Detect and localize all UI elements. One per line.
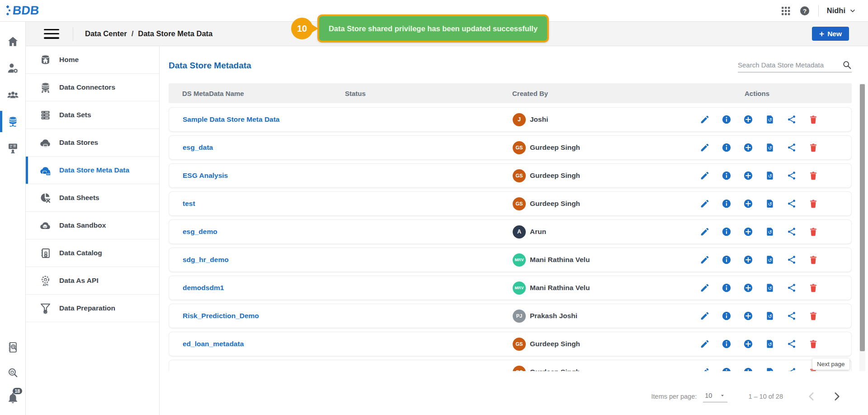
sidebar-item-data-as-api[interactable]: API Data As API: [26, 267, 159, 295]
restore-icon[interactable]: ↺: [765, 339, 775, 349]
rail-item-data-center-icon[interactable]: [0, 108, 25, 135]
breadcrumb-data-store-meta-data[interactable]: Data Store Meta Data: [138, 29, 212, 38]
sidebar-item-data-sets[interactable]: Data Sets: [26, 101, 159, 129]
datastore-name-link[interactable]: esg_demo: [169, 228, 341, 236]
user-menu[interactable]: Nidhi: [827, 6, 856, 15]
apps-grid-icon[interactable]: [780, 5, 791, 16]
rail-item-trainings-icon[interactable]: [0, 135, 25, 162]
datastore-name-link[interactable]: sdg_hr_demo: [169, 256, 341, 264]
edit-icon[interactable]: [700, 367, 710, 371]
datastore-name-link[interactable]: ESG Analysis: [169, 172, 341, 180]
share-icon[interactable]: [787, 114, 797, 124]
edit-icon[interactable]: [700, 311, 710, 321]
sidebar-item-home[interactable]: Home: [26, 46, 159, 74]
info-icon[interactable]: [722, 114, 731, 124]
rail-item-user-settings-icon[interactable]: [0, 55, 25, 81]
sidebar-item-data-sheets[interactable]: Data Sheets: [26, 184, 159, 212]
edit-icon[interactable]: [700, 143, 710, 153]
datastore-name-link[interactable]: test: [169, 200, 341, 208]
share-icon[interactable]: [787, 255, 797, 265]
share-icon[interactable]: [787, 199, 797, 209]
new-button[interactable]: + New: [812, 27, 849, 41]
delete-icon[interactable]: [808, 339, 818, 349]
info-icon[interactable]: [722, 283, 731, 293]
delete-icon[interactable]: [808, 143, 818, 153]
add-icon[interactable]: [743, 283, 753, 293]
delete-icon[interactable]: [808, 114, 818, 124]
restore-icon[interactable]: ↺: [765, 311, 775, 321]
share-icon[interactable]: [787, 227, 797, 237]
delete-icon[interactable]: [808, 311, 818, 321]
help-icon[interactable]: ?: [799, 5, 810, 16]
hamburger-menu-icon[interactable]: [44, 29, 59, 39]
rail-item-notifications-bell-icon[interactable]: 18: [0, 385, 25, 410]
delete-icon[interactable]: [808, 283, 818, 293]
info-icon[interactable]: [722, 255, 731, 265]
sidebar-item-data-catalog[interactable]: Data Catalog: [26, 239, 159, 267]
scrollbar-thumb[interactable]: [860, 84, 865, 351]
share-icon[interactable]: [787, 171, 797, 181]
delete-icon[interactable]: [808, 227, 818, 237]
edit-icon[interactable]: [700, 255, 710, 265]
rail-item-data-search-icon[interactable]: [0, 360, 25, 385]
info-icon[interactable]: [722, 171, 731, 181]
edit-icon[interactable]: [700, 199, 710, 209]
sidebar-item-data-store-meta-data[interactable]: </> Data Store Meta Data: [26, 157, 159, 184]
sidebar-item-data-preparation[interactable]: Data Preparation: [26, 295, 159, 322]
add-icon[interactable]: [743, 227, 753, 237]
next-page-button[interactable]: [831, 391, 843, 402]
edit-icon[interactable]: [700, 339, 710, 349]
info-icon[interactable]: [722, 339, 731, 349]
restore-icon[interactable]: ↺: [765, 283, 775, 293]
info-icon[interactable]: [722, 367, 731, 371]
search-input[interactable]: [738, 61, 842, 69]
info-icon[interactable]: [722, 199, 731, 209]
info-icon[interactable]: [722, 143, 731, 153]
previous-page-button[interactable]: [806, 391, 817, 402]
delete-icon[interactable]: [808, 199, 818, 209]
sidebar-item-data-stores[interactable]: Data Stores: [26, 129, 159, 157]
add-icon[interactable]: [743, 367, 753, 371]
breadcrumb-data-center[interactable]: Data Center: [85, 29, 127, 38]
share-icon[interactable]: [787, 311, 797, 321]
rail-item-data-catalog-search-icon[interactable]: [0, 334, 25, 360]
datastore-name-link[interactable]: demodsdm1: [169, 284, 341, 292]
table-scrollbar[interactable]: [859, 83, 865, 371]
restore-icon[interactable]: ↺: [765, 227, 775, 237]
datastore-name-link[interactable]: Sample Data Store Meta Data: [169, 115, 341, 124]
edit-icon[interactable]: [700, 227, 710, 237]
rail-item-home-icon[interactable]: [0, 28, 25, 55]
restore-icon[interactable]: ↺: [765, 367, 775, 371]
add-icon[interactable]: [743, 339, 753, 349]
sidebar-item-data-sandbox[interactable]: Data Sandbox: [26, 212, 159, 239]
restore-icon[interactable]: ↺: [765, 171, 775, 181]
add-icon[interactable]: [743, 114, 753, 124]
delete-icon[interactable]: [808, 255, 818, 265]
restore-icon[interactable]: ↺: [765, 114, 775, 124]
share-icon[interactable]: [787, 367, 797, 371]
datastore-name-link[interactable]: Risk_Prediction_Demo: [169, 312, 341, 320]
share-icon[interactable]: [787, 143, 797, 153]
add-icon[interactable]: [743, 311, 753, 321]
add-icon[interactable]: [743, 143, 753, 153]
edit-icon[interactable]: [700, 114, 710, 124]
share-icon[interactable]: [787, 283, 797, 293]
edit-icon[interactable]: [700, 283, 710, 293]
info-icon[interactable]: [722, 311, 731, 321]
restore-icon[interactable]: ↺: [765, 199, 775, 209]
add-icon[interactable]: [743, 171, 753, 181]
delete-icon[interactable]: [808, 171, 818, 181]
add-icon[interactable]: [743, 199, 753, 209]
datastore-name-link[interactable]: esg_data: [169, 143, 341, 152]
edit-icon[interactable]: [700, 171, 710, 181]
rail-item-user-groups-icon[interactable]: [0, 81, 25, 108]
sidebar-item-data-connectors[interactable]: Data Connectors: [26, 74, 159, 101]
datastore-name-link[interactable]: ed_loan_metadata: [169, 340, 341, 348]
add-icon[interactable]: [743, 255, 753, 265]
share-icon[interactable]: [787, 339, 797, 349]
bdb-logo[interactable]: BDB: [6, 4, 39, 18]
info-icon[interactable]: [722, 227, 731, 237]
items-per-page-select[interactable]: 10: [703, 391, 727, 402]
restore-icon[interactable]: ↺: [765, 255, 775, 265]
restore-icon[interactable]: ↺: [765, 143, 775, 153]
